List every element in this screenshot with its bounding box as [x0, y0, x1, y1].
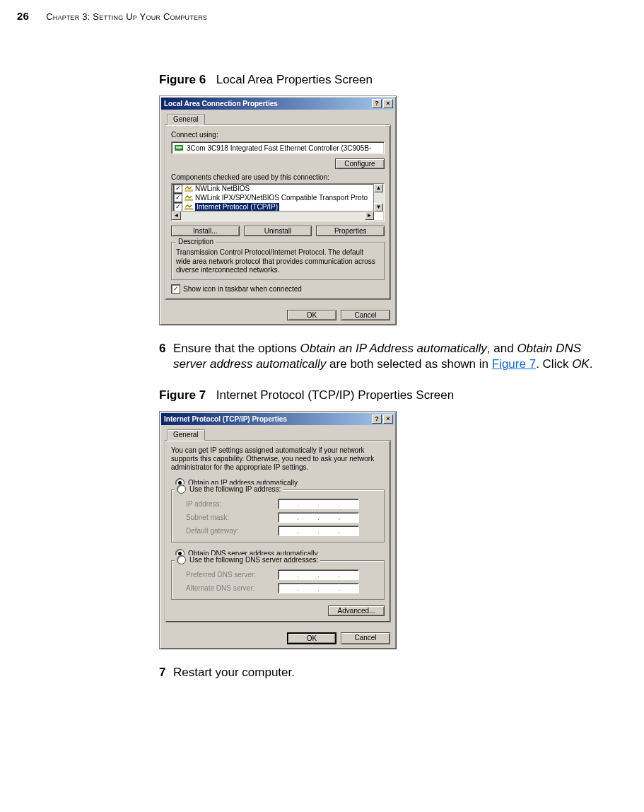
configure-button[interactable]: Configure	[335, 158, 385, 169]
tab-general[interactable]: General	[167, 429, 205, 441]
ok-button[interactable]: OK	[287, 632, 336, 644]
properties-button[interactable]: Properties	[316, 226, 385, 236]
install-button[interactable]: Install...	[171, 226, 240, 236]
window-title: Local Area Connection Properties	[164, 100, 278, 108]
show-icon-label: Show icon in taskbar when connected	[183, 285, 302, 293]
components-label: Components checked are used by this conn…	[171, 173, 385, 181]
step-6: 6 Ensure that the options Obtain an IP A…	[159, 341, 602, 373]
alternate-dns-input[interactable]: ...	[278, 583, 359, 593]
help-button[interactable]: ?	[372, 99, 382, 108]
advanced-button[interactable]: Advanced...	[328, 605, 385, 616]
figure7-label: Figure 7	[159, 388, 206, 402]
preferred-dns-row: Preferred DNS server: ...	[176, 568, 380, 581]
radio-use-following-dns[interactable]: Use the following DNS server addresses:	[175, 555, 320, 564]
default-gateway-label: Default gateway:	[186, 527, 278, 535]
cancel-button[interactable]: Cancel	[341, 310, 390, 320]
figure6-title: Local Area Properties Screen	[216, 73, 373, 86]
components-listbox[interactable]: ✓ NWLink NetBIOS ✓	[171, 183, 385, 221]
description-legend: Description	[176, 238, 216, 245]
dialog-tcpip-properties: Internet Protocol (TCP/IP) Properties ? …	[159, 411, 397, 649]
ip-group: Use the following IP address: IP address…	[171, 489, 385, 543]
step-number: 6	[159, 341, 173, 373]
list-item-label: NWLink IPX/SPX/NetBIOS Compatible Transp…	[195, 194, 368, 202]
figure6-label: Figure 6	[159, 73, 206, 86]
scroll-left-icon[interactable]: ◄	[172, 211, 181, 220]
radio-use-following-ip[interactable]: Use the following IP address:	[175, 485, 283, 494]
close-button[interactable]: ×	[383, 414, 393, 424]
close-button[interactable]: ×	[383, 99, 393, 108]
ok-button[interactable]: OK	[287, 310, 336, 320]
alternate-dns-label: Alternate DNS server:	[186, 584, 278, 592]
checkbox-icon[interactable]: ✓	[173, 193, 182, 202]
svg-rect-4	[185, 208, 193, 210]
titlebar: Local Area Connection Properties ? ×	[161, 98, 394, 110]
preferred-dns-label: Preferred DNS server:	[186, 571, 278, 579]
scroll-right-icon[interactable]: ►	[365, 211, 374, 220]
description-text: Transmission Control Protocol/Internet P…	[176, 248, 380, 275]
ip-address-label: IP address:	[186, 500, 278, 508]
radio-icon[interactable]	[177, 555, 186, 564]
svg-rect-2	[185, 190, 193, 192]
preferred-dns-input[interactable]: ...	[278, 569, 359, 580]
figure6-caption: Figure 6 Local Area Properties Screen	[159, 73, 602, 87]
subnet-mask-row: Subnet mask: ...	[176, 511, 380, 524]
info-text: You can get IP settings assigned automat…	[171, 446, 385, 472]
protocol-icon	[185, 194, 193, 202]
running-header: 26 Chapter 3: Setting Up Your Computers	[0, 10, 644, 22]
list-item-label: NWLink NetBIOS	[195, 185, 250, 192]
list-item-label: Internet Protocol (TCP/IP)	[195, 203, 279, 211]
alternate-dns-row: Alternate DNS server: ...	[176, 581, 380, 595]
step-text: Ensure that the options Obtain an IP Add…	[173, 341, 602, 373]
step-number: 7	[159, 665, 173, 681]
tab-general[interactable]: General	[167, 114, 205, 125]
figure7-caption: Figure 7 Internet Protocol (TCP/IP) Prop…	[159, 388, 602, 402]
protocol-icon	[185, 185, 193, 192]
connect-using-label: Connect using:	[171, 131, 385, 139]
nic-icon	[174, 144, 184, 152]
default-gateway-row: Default gateway: ...	[176, 524, 380, 538]
window-title: Internet Protocol (TCP/IP) Properties	[164, 415, 287, 423]
help-button[interactable]: ?	[372, 414, 382, 424]
scroll-down-icon[interactable]: ▼	[374, 203, 383, 211]
ip-address-input[interactable]: ...	[278, 499, 359, 509]
horizontal-scrollbar[interactable]: ◄ ►	[172, 211, 374, 221]
subnet-mask-input[interactable]: ...	[278, 512, 359, 523]
ip-address-row: IP address: ...	[176, 497, 380, 511]
show-icon-checkbox-row[interactable]: ✓ Show icon in taskbar when connected	[171, 284, 385, 294]
step-7: 7 Restart your computer.	[159, 665, 602, 681]
description-group: Description Transmission Control Protoco…	[171, 242, 385, 280]
cancel-button[interactable]: Cancel	[341, 632, 390, 644]
radio-label: Use the following IP address:	[189, 485, 281, 493]
subnet-mask-label: Subnet mask:	[186, 514, 278, 521]
titlebar: Internet Protocol (TCP/IP) Properties ? …	[161, 413, 394, 425]
list-item[interactable]: ✓ NWLink NetBIOS	[172, 184, 384, 193]
adapter-name: 3Com 3C918 Integrated Fast Ethernet Cont…	[187, 144, 371, 152]
uninstall-button[interactable]: Uninstall	[244, 226, 312, 236]
radio-label: Use the following DNS server addresses:	[189, 556, 318, 564]
dialog-local-area-connection: Local Area Connection Properties ? × Gen…	[159, 95, 397, 325]
step-text: Restart your computer.	[173, 665, 602, 681]
vertical-scrollbar[interactable]: ▲ ▼	[373, 184, 384, 211]
adapter-field: 3Com 3C918 Integrated Fast Ethernet Cont…	[171, 141, 385, 154]
scroll-up-icon[interactable]: ▲	[374, 184, 383, 192]
default-gateway-input[interactable]: ...	[278, 526, 359, 536]
chapter-title: Chapter 3: Setting Up Your Computers	[46, 11, 207, 22]
protocol-icon	[185, 203, 193, 211]
figure7-title: Internet Protocol (TCP/IP) Properties Sc…	[216, 388, 454, 402]
page-number: 26	[17, 10, 29, 22]
radio-icon[interactable]	[177, 485, 186, 494]
figure7-link[interactable]: Figure 7	[492, 357, 536, 371]
list-item[interactable]: ✓ NWLink IPX/SPX/NetBIOS Compatible Tran…	[172, 193, 384, 202]
checkbox-icon[interactable]: ✓	[173, 184, 182, 193]
dns-group: Use the following DNS server addresses: …	[171, 560, 385, 600]
svg-rect-1	[176, 146, 182, 149]
svg-rect-3	[185, 199, 193, 201]
checkbox-icon[interactable]: ✓	[171, 284, 180, 294]
